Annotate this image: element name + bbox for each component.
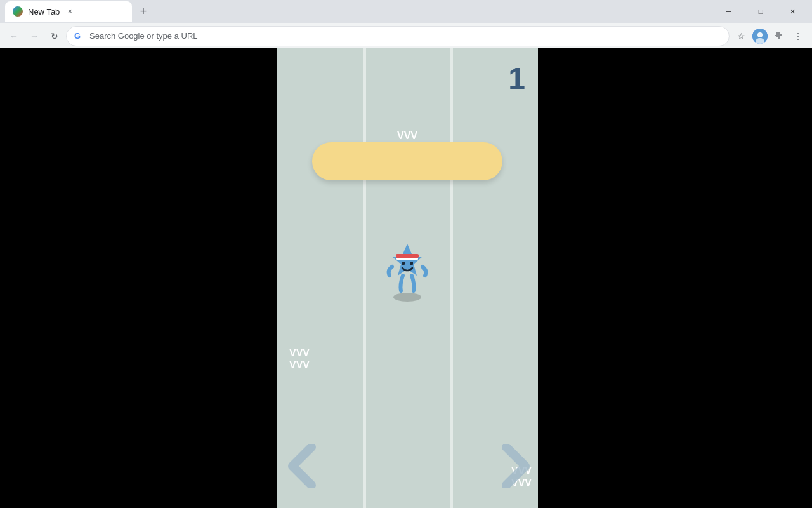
score-display: 1: [508, 61, 525, 96]
tab-close-button[interactable]: ×: [65, 6, 75, 17]
extensions-button[interactable]: [770, 27, 788, 45]
svg-rect-5: [396, 254, 419, 258]
black-left-panel: [0, 48, 277, 508]
profile-avatar: [752, 29, 768, 44]
lane-divider-left: [363, 48, 366, 508]
address-bar[interactable]: G Search Google or type a URL: [66, 26, 730, 46]
tab-title: New Tab: [28, 7, 60, 17]
svg-point-3: [393, 293, 421, 302]
lane-divider-right: [450, 48, 453, 508]
game-container: 1 VVV VVV: [277, 48, 538, 508]
window-controls: ─ □ ✕: [714, 0, 807, 23]
svg-rect-6: [396, 258, 418, 260]
new-tab-button[interactable]: +: [134, 3, 152, 20]
arrows-center-top: VVV: [397, 130, 417, 142]
arrows-left-mid: VVV VVV: [289, 347, 310, 371]
address-text: Search Google or type a URL: [89, 31, 721, 41]
svg-marker-7: [403, 244, 412, 254]
close-button[interactable]: ✕: [778, 0, 807, 23]
title-bar: New Tab × + ─ □ ✕: [0, 0, 812, 23]
browser-frame: New Tab × + ─ □ ✕ ← → ↻ G Search Google …: [0, 0, 812, 48]
back-button[interactable]: ←: [5, 27, 23, 45]
toolbar-icons: ☆ ⋮: [732, 27, 807, 45]
forward-button[interactable]: →: [25, 27, 43, 45]
profile-button[interactable]: [751, 27, 769, 45]
nav-arrow-left[interactable]: [286, 444, 321, 495]
menu-button[interactable]: ⋮: [789, 27, 807, 45]
platform-obstacle: [312, 142, 502, 180]
svg-point-1: [757, 32, 763, 37]
tab-favicon: [13, 6, 23, 17]
maximize-button[interactable]: □: [746, 0, 775, 23]
svg-rect-8: [402, 262, 405, 265]
minimize-button[interactable]: ─: [714, 0, 743, 23]
active-tab[interactable]: New Tab ×: [5, 1, 132, 22]
game-character: [382, 239, 433, 302]
reload-button[interactable]: ↻: [46, 27, 63, 45]
toolbar: ← → ↻ G Search Google or type a URL ☆: [0, 23, 812, 48]
nav-arrow-right[interactable]: [497, 444, 532, 495]
google-logo: G: [74, 31, 84, 41]
bookmark-button[interactable]: ☆: [732, 27, 750, 45]
black-right-panel: [538, 48, 812, 508]
svg-rect-9: [410, 262, 413, 265]
